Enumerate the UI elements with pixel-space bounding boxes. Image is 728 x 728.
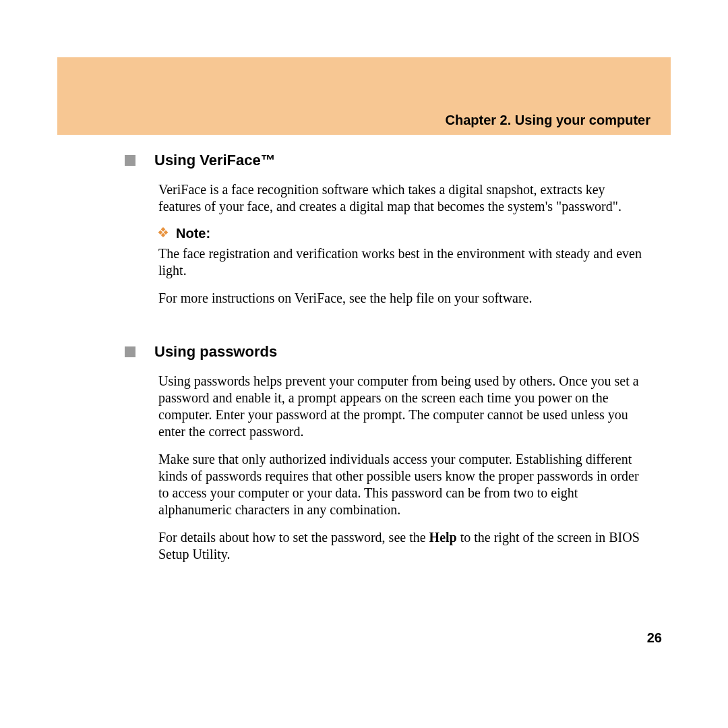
note-row: Note: — [158, 226, 671, 241]
note-body: The face registration and verification w… — [158, 245, 644, 279]
passwords-p1: Using passwords helps prevent your compu… — [158, 373, 644, 440]
section-heading-veriface: Using VeriFace™ — [57, 152, 671, 169]
section-heading-passwords: Using passwords — [57, 343, 671, 361]
passwords-p3-bold: Help — [429, 530, 457, 545]
passwords-p3-pre: For details about how to set the passwor… — [158, 530, 429, 545]
section-title-passwords: Using passwords — [154, 343, 277, 361]
veriface-more: For more instructions on VeriFace, see t… — [158, 290, 644, 307]
header-band: Chapter 2. Using your computer — [57, 57, 671, 135]
page-number: 26 — [647, 630, 662, 646]
chapter-title: Chapter 2. Using your computer — [446, 113, 651, 128]
diamond-icon — [158, 229, 169, 239]
square-bullet-icon — [125, 346, 135, 357]
passwords-p2: Make sure that only authorized individua… — [158, 451, 644, 518]
section-title-veriface: Using VeriFace™ — [154, 152, 276, 169]
page-content: Using VeriFace™ VeriFace is a face recog… — [57, 145, 671, 574]
note-label: Note: — [176, 226, 210, 241]
passwords-p3: For details about how to set the passwor… — [158, 529, 644, 563]
veriface-intro: VeriFace is a face recognition software … — [158, 181, 644, 215]
square-bullet-icon — [125, 155, 135, 166]
